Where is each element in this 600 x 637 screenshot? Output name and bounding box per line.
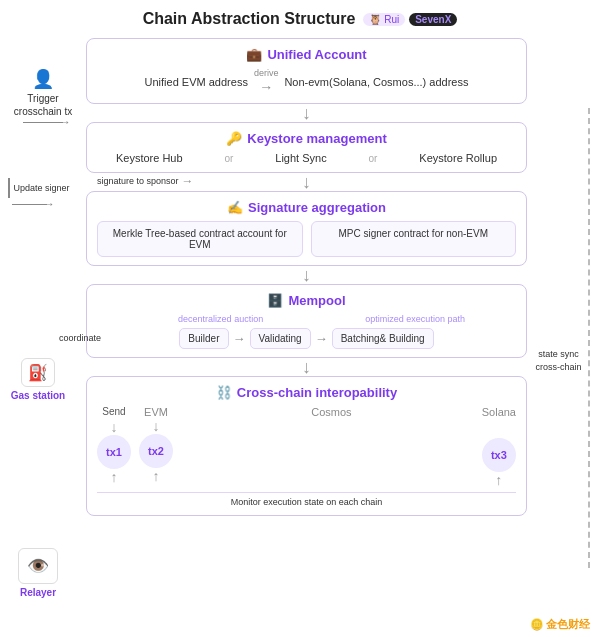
mempool-title: 🗄️ Mempool: [97, 293, 516, 308]
keystore-title: 🔑 Keystore management: [97, 131, 516, 146]
title-bar: Chain Abstraction Structure 🦉 Rui SevenX: [0, 10, 600, 28]
builder-cell: Builder: [179, 328, 228, 349]
non-evm-label: Non-evm(Solana, Cosmos...) address: [284, 76, 468, 88]
sig-row: Merkle Tree-based contract account for E…: [97, 221, 516, 257]
arrow-sig-mempool: ↓: [86, 266, 527, 284]
right-dashed-line: [588, 108, 590, 568]
signature-box: signature to sponsor → ✍️ Signature aggr…: [86, 191, 527, 266]
unified-account-box: 💼 Unified Account Unified EVM address de…: [86, 38, 527, 104]
validating-cell: Validating: [250, 328, 311, 349]
sig-sponsor-label: signature to sponsor →: [97, 174, 194, 188]
cross-icon: ⛓️: [216, 385, 232, 400]
keystore-hub: Keystore Hub: [116, 152, 183, 164]
trigger-icon: 👤: [32, 68, 54, 90]
derive-label: derive: [254, 68, 279, 78]
send-col: Send ↓ tx1 ↑: [97, 406, 131, 485]
unified-account-title: 💼 Unified Account: [97, 47, 516, 62]
keystore-rollup: Keystore Rollup: [419, 152, 497, 164]
sig-icon: ✍️: [227, 200, 243, 215]
send-label: Send: [102, 406, 125, 417]
mempool-sublabel1: decentralized auction: [178, 314, 263, 324]
cross-chain-title: ⛓️ Cross-chain interopability: [97, 385, 516, 400]
page-title: Chain Abstraction Structure: [143, 10, 356, 28]
keystore-box: 🔑 Keystore management Keystore Hub or Li…: [86, 122, 527, 173]
solana-col: Solana tx3 ↑: [482, 406, 516, 488]
coordinate-label: coordinate: [59, 333, 101, 343]
cross-chain-content: Send ↓ tx1 ↑ EVM ↓ tx2 ↑: [97, 406, 516, 507]
arrow-unified-keystore: ↓: [86, 104, 527, 122]
gas-station-item: ⛽ Gas station: [4, 358, 72, 401]
signature-title: ✍️ Signature aggregation: [97, 200, 516, 215]
keystore-row: Keystore Hub or Light Sync or Keystore R…: [97, 152, 516, 164]
gas-icon: ⛽: [28, 363, 48, 382]
unified-icon: 💼: [246, 47, 262, 62]
relayer-label: Relayer: [20, 587, 56, 598]
update-item: Update signer →: [8, 178, 78, 205]
mempool-box: 🗄️ Mempool decentralized auction optimiz…: [86, 284, 527, 358]
arrow-mempool-cross: ↓: [86, 358, 527, 376]
evm-label: EVM: [144, 406, 168, 418]
state-sync-label: state sync cross-chain: [531, 348, 586, 373]
logo-text: 金色财经: [546, 617, 590, 632]
relayer-icon: 👁️: [27, 555, 49, 577]
batching-cell: Batching& Building: [332, 328, 434, 349]
cosmos-col: Cosmos: [181, 406, 482, 473]
tx2-bubble: tx2: [139, 434, 173, 468]
cosmos-label: Cosmos: [311, 406, 351, 418]
keystore-icon: 🔑: [226, 131, 242, 146]
bottom-logo: 🪙 金色财经: [530, 617, 590, 632]
relayer-item: 👁️ Relayer: [4, 548, 72, 598]
page-wrapper: Chain Abstraction Structure 🦉 Rui SevenX…: [0, 0, 600, 637]
tx1-bubble: tx1: [97, 435, 131, 469]
solana-label: Solana: [482, 406, 516, 418]
or-label-1: or: [224, 153, 233, 164]
title-badge: 🦉 Rui SevenX: [363, 13, 457, 26]
tx3-bubble: tx3: [482, 438, 516, 472]
sig-card-nonevm: MPC signer contract for non-EVM: [311, 221, 517, 257]
or-label-2: or: [369, 153, 378, 164]
mempool-sublabel2: optimized execution path: [365, 314, 465, 324]
mempool-builder-row: coordinate Builder → Validating → Batchi…: [97, 328, 516, 349]
cross-chain-box: ⛓️ Cross-chain interopability Send ↓ tx1…: [86, 376, 527, 516]
logo-icon: 🪙: [530, 618, 544, 631]
evm-col: EVM ↓ tx2 ↑: [139, 406, 173, 484]
badge-rui: 🦉 Rui: [363, 13, 405, 26]
unified-row: Unified EVM address derive → Non-evm(Sol…: [97, 68, 516, 95]
update-label: Update signer: [14, 183, 70, 193]
badge-seven: SevenX: [409, 13, 457, 26]
center-content: 💼 Unified Account Unified EVM address de…: [86, 38, 527, 516]
sig-card-evm: Merkle Tree-based contract account for E…: [97, 221, 303, 257]
light-sync: Light Sync: [275, 152, 326, 164]
arrow-builder-valid: →: [233, 331, 246, 346]
gas-label: Gas station: [11, 390, 65, 401]
unified-evm-label: Unified EVM address: [145, 76, 248, 88]
arrow-valid-batch: →: [315, 331, 328, 346]
mempool-sublabels: decentralized auction optimized executio…: [97, 314, 516, 324]
cross-chain-inner: Send ↓ tx1 ↑ EVM ↓ tx2 ↑: [97, 406, 516, 488]
mempool-cells: Builder → Validating → Batching& Buildin…: [97, 328, 516, 349]
mempool-icon: 🗄️: [267, 293, 283, 308]
monitor-label: Monitor execution state on each chain: [97, 492, 516, 507]
trigger-item: 👤 Trigger crosschain tx →: [8, 68, 78, 123]
